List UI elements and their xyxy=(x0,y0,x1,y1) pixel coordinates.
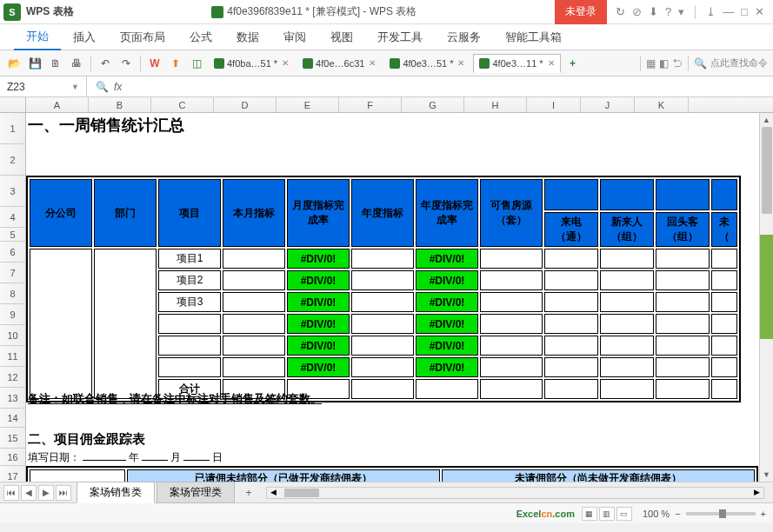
col-header[interactable]: B xyxy=(89,97,151,112)
help-icon[interactable]: ? xyxy=(665,5,671,18)
cell-error[interactable]: #DIV/0! xyxy=(416,249,478,269)
th-year-target[interactable]: 年度指标 xyxy=(351,179,414,247)
cell-error[interactable]: #DIV/0! xyxy=(416,292,478,312)
print-preview-icon[interactable]: 🗎 xyxy=(47,55,64,72)
sheet-tab-management[interactable]: 案场管理类 xyxy=(157,482,235,503)
name-box[interactable]: Z23 ▼ xyxy=(0,76,87,96)
row-header[interactable]: 13 xyxy=(0,388,26,409)
scroll-thumb[interactable] xyxy=(284,489,319,497)
th-project[interactable]: 项目 xyxy=(158,179,221,247)
col-header[interactable]: C xyxy=(151,97,214,112)
fill-date-row[interactable]: 填写日期： 年 月 日 xyxy=(28,450,223,465)
minimize-icon[interactable]: — xyxy=(723,5,734,18)
th-blank[interactable] xyxy=(711,179,737,210)
col-header[interactable]: H xyxy=(464,97,527,112)
prev-sheet-icon[interactable]: ◀ xyxy=(21,485,37,501)
cell-project[interactable]: 项目2 xyxy=(158,270,221,290)
scroll-up-icon[interactable]: ▲ xyxy=(760,113,773,127)
row-header[interactable]: 1 xyxy=(0,113,26,144)
menu-cloud[interactable]: 云服务 xyxy=(435,24,493,50)
cell-project[interactable]: 项目1 xyxy=(158,249,221,269)
row-header[interactable]: 4 xyxy=(0,207,26,228)
wps-logo-icon[interactable]: W xyxy=(146,55,163,72)
fx-button[interactable]: 🔍 fx xyxy=(87,81,130,93)
th-month-target[interactable]: 本月指标 xyxy=(223,179,285,247)
menu-review[interactable]: 审阅 xyxy=(271,24,318,50)
section2-title[interactable]: 二、项目佣金跟踪表 xyxy=(28,431,145,448)
th-return-visitors[interactable]: 回头客（组） xyxy=(656,212,710,247)
add-tab-icon[interactable]: + xyxy=(564,55,582,72)
cell-error[interactable]: #DIV/0! xyxy=(416,357,478,377)
col-header[interactable]: F xyxy=(339,97,402,112)
row-header[interactable]: 9 xyxy=(0,304,26,325)
cell-project[interactable]: 项目3 xyxy=(158,292,221,312)
row-header[interactable]: 5 xyxy=(0,228,26,242)
close-icon[interactable]: ✕ xyxy=(369,58,376,68)
close-icon[interactable]: ✕ xyxy=(457,58,464,68)
cell-error[interactable]: #DIV/0! xyxy=(287,357,350,377)
row-header[interactable]: 17 xyxy=(0,466,26,482)
th-blank[interactable] xyxy=(600,179,654,210)
row-header[interactable]: 15 xyxy=(0,428,26,449)
horizontal-scrollbar[interactable]: ◀ ▶ xyxy=(266,487,764,499)
doc-tab-4[interactable]: 4f0e3…11 *✕ xyxy=(473,54,560,73)
last-sheet-icon[interactable]: ⏭ xyxy=(56,485,71,501)
cell-project[interactable] xyxy=(158,314,221,334)
cell-error[interactable]: #DIV/0! xyxy=(416,336,478,356)
page-view-icon[interactable]: ▥ xyxy=(599,507,615,521)
grid-icon[interactable]: ▦ xyxy=(646,57,656,70)
th-dept[interactable]: 部门 xyxy=(94,179,157,247)
menu-page-layout[interactable]: 页面布局 xyxy=(108,24,177,50)
doc-tab-3[interactable]: 4f0e3…51 *✕ xyxy=(384,54,470,73)
sheet-title[interactable]: 一、一周销售统计汇总 xyxy=(28,115,184,136)
save-icon[interactable]: 💾 xyxy=(26,55,43,72)
first-sheet-icon[interactable]: ⏮ xyxy=(3,485,19,501)
th-year-rate[interactable]: 年度指标完成率 xyxy=(416,179,478,247)
sub-h2[interactable]: 未请佣部分（尚未做开发商结佣表） xyxy=(442,469,755,482)
fill-date-day-blank[interactable] xyxy=(183,460,210,461)
sync-icon[interactable]: ↻ xyxy=(616,5,625,18)
th-blank[interactable] xyxy=(544,179,598,210)
col-header[interactable]: E xyxy=(277,97,339,112)
cell-project[interactable] xyxy=(158,357,221,377)
cell-error[interactable]: #DIV/0! xyxy=(287,249,350,269)
next-sheet-icon[interactable]: ▶ xyxy=(38,485,54,501)
cell-project[interactable] xyxy=(158,336,221,356)
cube-icon[interactable]: ◫ xyxy=(188,55,205,72)
cell-grid[interactable]: 一、一周销售统计汇总 分公司 部门 项目 本月指标 月度指标完成率 年度指标 年… xyxy=(26,113,773,482)
cell-error[interactable]: #DIV/0! xyxy=(416,314,478,334)
menu-view[interactable]: 视图 xyxy=(318,24,365,50)
row-header[interactable]: 12 xyxy=(0,367,26,388)
row-header[interactable]: 14 xyxy=(0,409,26,428)
window-icon[interactable]: ◧ xyxy=(659,57,669,70)
command-search[interactable]: ▦ ◧ ⮌ 🔍 点此查找命令 xyxy=(638,56,768,71)
row-header[interactable]: 3 xyxy=(0,176,26,207)
back-icon[interactable]: ⮌ xyxy=(672,57,683,70)
cell-error[interactable]: #DIV/0! xyxy=(287,336,350,356)
add-sheet-icon[interactable]: + xyxy=(240,484,257,502)
cell-error[interactable]: #DIV/0! xyxy=(416,270,478,290)
share-icon[interactable]: ⬆ xyxy=(167,55,184,72)
doc-tab-1[interactable]: 4f0ba…51 *✕ xyxy=(209,54,294,73)
sales-summary-table[interactable]: 分公司 部门 项目 本月指标 月度指标完成率 年度指标 年度指标完成率 可售房源… xyxy=(26,176,741,402)
zoom-slider[interactable] xyxy=(686,512,756,515)
col-header[interactable]: G xyxy=(402,97,464,112)
table-row[interactable]: 项目1#DIV/0!#DIV/0! xyxy=(30,249,737,269)
menu-formula[interactable]: 公式 xyxy=(177,24,224,50)
select-all-corner[interactable] xyxy=(0,97,26,112)
zoom-thumb[interactable] xyxy=(719,509,726,518)
commission-table-header[interactable]: 已请佣未结部分（已做开发商结佣表） 未请佣部分（尚未做开发商结佣表） xyxy=(26,466,758,482)
th-partial[interactable]: 未（ xyxy=(711,212,737,247)
close-icon[interactable]: ✕ xyxy=(548,58,555,68)
th-new-visitors[interactable]: 新来人（组） xyxy=(600,212,654,247)
scroll-left-icon[interactable]: ◀ xyxy=(270,488,277,496)
redo-icon[interactable]: ↷ xyxy=(117,55,135,72)
block-icon[interactable]: ⊘ xyxy=(632,5,642,18)
undo-icon[interactable]: ↶ xyxy=(97,55,114,72)
col-header[interactable]: J xyxy=(581,97,635,112)
sub-blank[interactable] xyxy=(30,469,125,482)
open-icon[interactable]: 📂 xyxy=(5,55,23,72)
col-header[interactable]: D xyxy=(214,97,277,112)
login-button[interactable]: 未登录 xyxy=(555,0,607,24)
row-header[interactable]: 2 xyxy=(0,144,26,176)
